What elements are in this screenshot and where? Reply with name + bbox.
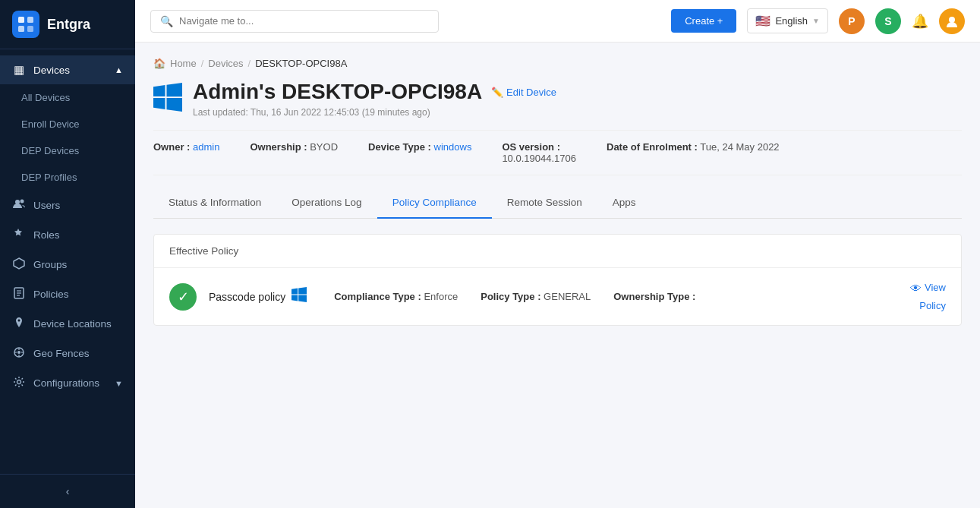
users-label: Users: [33, 200, 60, 211]
svg-rect-0: [18, 17, 24, 23]
content-area: 🏠 Home / Devices / DESKTOP-OPCI98A Admin…: [135, 43, 980, 508]
all-devices-label: All Devices: [21, 92, 70, 103]
home-icon: 🏠: [153, 58, 165, 69]
policies-icon: [12, 287, 26, 301]
sidebar-item-enroll-device[interactable]: Enroll Device: [0, 111, 135, 137]
os-version-value: 10.0.19044.1706: [502, 153, 576, 164]
device-type-meta: Device Type : windows: [368, 141, 471, 164]
svg-point-17: [17, 380, 21, 384]
users-icon: [12, 198, 26, 213]
avatar-user[interactable]: [939, 8, 965, 34]
svg-rect-3: [27, 26, 33, 32]
policy-section: Effective Policy ✓ Passcode policy: [153, 234, 962, 326]
sidebar-item-configurations[interactable]: Configurations ▼: [0, 368, 135, 398]
breadcrumb-sep-1: /: [201, 58, 204, 69]
avatar-p[interactable]: P: [839, 8, 865, 34]
configurations-label: Configurations: [33, 377, 99, 389]
sidebar-item-all-devices[interactable]: All Devices: [0, 84, 135, 111]
compliance-type-detail: Compliance Type : Enforce: [334, 291, 458, 302]
collapse-button[interactable]: ‹: [66, 485, 70, 497]
search-icon: 🔍: [160, 15, 173, 27]
svg-rect-2: [18, 26, 24, 32]
configurations-icon: [12, 376, 26, 390]
geo-fences-label: Geo Fences: [33, 348, 90, 359]
svg-point-18: [949, 17, 955, 23]
edit-device-link[interactable]: ✏️ Edit Device: [491, 87, 556, 98]
device-locations-icon: [12, 317, 26, 331]
policy-type-detail: Policy Type : GENERAL: [481, 291, 591, 302]
sidebar-item-label: Devices: [33, 65, 70, 76]
tab-policy-compliance[interactable]: Policy Compliance: [377, 188, 492, 219]
sidebar-item-policies[interactable]: Policies: [0, 279, 135, 309]
tab-apps[interactable]: Apps: [597, 188, 651, 219]
roles-icon: [12, 228, 26, 242]
device-header: Admin's DESKTOP-OPCI98A ✏️ Edit Device L…: [153, 80, 962, 118]
sidebar-item-devices[interactable]: ▦ Devices ▲: [0, 55, 135, 84]
devices-icon: ▦: [12, 63, 26, 77]
policies-label: Policies: [33, 289, 69, 300]
search-box[interactable]: 🔍: [150, 10, 439, 33]
device-locations-label: Device Locations: [33, 318, 112, 330]
notification-bell-icon[interactable]: 🔔: [912, 13, 928, 30]
create-button[interactable]: Create +: [671, 9, 736, 33]
sidebar-item-dep-profiles[interactable]: DEP Profiles: [0, 164, 135, 191]
sidebar-item-users[interactable]: Users: [0, 191, 135, 220]
policy-name: Passcode policy: [209, 287, 307, 306]
language-label: English: [775, 15, 808, 27]
language-selector[interactable]: 🇺🇸 English ▼: [747, 8, 828, 33]
groups-label: Groups: [33, 259, 67, 270]
chevron-down-icon: ▼: [115, 379, 123, 388]
os-version-meta: OS version : 10.0.19044.1706: [502, 141, 576, 164]
sidebar: Entgra ▦ Devices ▲ All Devices Enroll De…: [0, 0, 135, 508]
device-title: Admin's DESKTOP-OPCI98A ✏️ Edit Device: [193, 80, 556, 104]
policy-compliance-check: ✓: [169, 283, 197, 311]
avatar-s[interactable]: S: [875, 8, 901, 34]
svg-point-12: [17, 351, 20, 354]
sidebar-item-dep-devices[interactable]: DEP Devices: [0, 137, 135, 164]
breadcrumb-home[interactable]: Home: [170, 58, 197, 69]
ownership-value: BYOD: [310, 141, 338, 153]
main-content: 🔍 Create + 🇺🇸 English ▼ P S 🔔 🏠 Home / D…: [135, 0, 980, 508]
view-policy-link[interactable]: 👁 View Policy: [910, 280, 946, 313]
owner-meta: Owner : admin: [153, 141, 219, 164]
svg-point-5: [20, 200, 24, 204]
geo-fences-icon: [12, 346, 26, 361]
tab-operations[interactable]: Operations Log: [276, 188, 377, 219]
sidebar-item-groups[interactable]: Groups: [0, 250, 135, 279]
eye-icon: 👁: [910, 280, 922, 296]
svg-rect-1: [27, 17, 33, 23]
device-meta: Owner : admin Ownership : BYOD Device Ty…: [153, 130, 962, 175]
dep-devices-label: DEP Devices: [21, 145, 79, 156]
last-updated: Last updated: Thu, 16 Jun 2022 12:45:03 …: [193, 107, 556, 118]
logo-icon: [12, 11, 39, 38]
enrolment-value: Tue, 24 May 2022: [700, 141, 779, 153]
ownership-meta: Ownership : BYOD: [250, 141, 338, 164]
roles-label: Roles: [33, 229, 60, 241]
sidebar-item-geo-fences[interactable]: Geo Fences: [0, 339, 135, 368]
windows-icon: [153, 83, 182, 116]
logo-text: Entgra: [47, 17, 90, 33]
breadcrumb-devices[interactable]: Devices: [208, 58, 243, 69]
svg-marker-6: [14, 258, 24, 269]
flag-icon: 🇺🇸: [755, 14, 770, 28]
tabs: Status & Information Operations Log Poli…: [153, 188, 962, 219]
enrolment-meta: Date of Enrolment : Tue, 24 May 2022: [607, 141, 780, 164]
topbar: 🔍 Create + 🇺🇸 English ▼ P S 🔔: [135, 0, 980, 43]
search-input[interactable]: [179, 15, 429, 27]
tab-status[interactable]: Status & Information: [153, 188, 276, 219]
policy-windows-icon: [291, 287, 307, 306]
breadcrumb-current: DESKTOP-OPCI98A: [255, 58, 347, 69]
sidebar-item-roles[interactable]: Roles: [0, 220, 135, 250]
sidebar-footer: ‹: [0, 474, 135, 508]
chevron-up-icon: ▲: [115, 65, 123, 74]
device-title-block: Admin's DESKTOP-OPCI98A ✏️ Edit Device L…: [193, 80, 556, 118]
sidebar-navigation: ▦ Devices ▲ All Devices Enroll Device DE…: [0, 49, 135, 474]
breadcrumb-sep-2: /: [248, 58, 251, 69]
tab-remote-session[interactable]: Remote Session: [492, 188, 597, 219]
groups-icon: [12, 257, 26, 272]
owner-value: admin: [193, 141, 219, 153]
breadcrumb: 🏠 Home / Devices / DESKTOP-OPCI98A: [153, 58, 962, 69]
chevron-down-icon: ▼: [812, 17, 820, 25]
effective-policy-header: Effective Policy: [154, 235, 961, 268]
sidebar-item-device-locations[interactable]: Device Locations: [0, 309, 135, 339]
